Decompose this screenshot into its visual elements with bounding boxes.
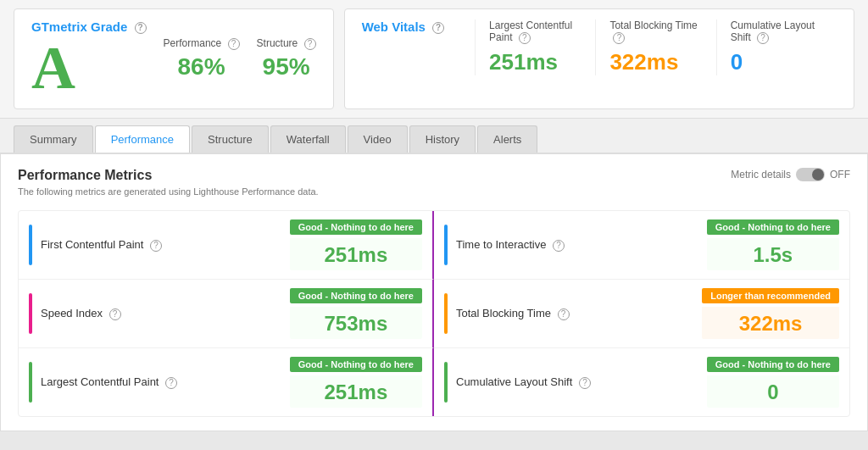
grade-title-text: GTmetrix Grade (31, 19, 127, 34)
grade-header: GTmetrix Grade ? A (31, 19, 147, 98)
toggle-knob (812, 169, 824, 181)
lcp-badge-value: 251ms (290, 375, 422, 408)
lcp-info-icon[interactable]: ? (519, 32, 531, 44)
si-value: 753ms (290, 307, 422, 339)
metric-detail-label: Metric details (731, 169, 791, 181)
vitals-metrics: Largest Contentful Paint ? 251ms Total B… (475, 19, 837, 75)
cls-value: 0 (731, 49, 823, 75)
grade-info-icon[interactable]: ? (135, 22, 147, 34)
lcp-vital: Largest Contentful Paint ? 251ms (475, 19, 595, 75)
tti-name: Time to Interactive ? (456, 238, 698, 252)
tbt-info-icon[interactable]: ? (613, 32, 625, 44)
tbt-vital: Total Blocking Time ? 322ms (595, 19, 715, 75)
tab-performance[interactable]: Performance (95, 125, 190, 153)
lcp-metric-name: Largest Contentful Paint ? (41, 375, 281, 389)
cls-badge-label: Good - Nothing to do here (707, 357, 839, 372)
toggle-switch[interactable] (796, 168, 825, 181)
nav-tabs: Summary Performance Structure Waterfall … (0, 119, 868, 154)
tti-value: 1.5s (707, 238, 839, 270)
performance-info-icon[interactable]: ? (228, 38, 240, 50)
fcp-border (29, 225, 32, 265)
lcp-badge: Good - Nothing to do here 251ms (290, 357, 422, 408)
webvitals-info-icon[interactable]: ? (432, 22, 444, 34)
si-border (29, 293, 32, 334)
cls-border (444, 362, 448, 403)
fcp-value: 251ms (290, 238, 422, 270)
cls-badge-value: 0 (707, 375, 839, 408)
structure-info-icon[interactable]: ? (304, 38, 316, 50)
tbt-badge-value: 322ms (702, 307, 839, 339)
top-bar: GTmetrix Grade ? A Performance ? 86% Str… (0, 0, 868, 119)
fcp-name: First Contentful Paint ? (41, 238, 281, 252)
tab-structure[interactable]: Structure (192, 125, 269, 153)
lcp-metric-info-icon[interactable]: ? (165, 377, 177, 389)
si-name: Speed Index ? (41, 307, 281, 320)
tab-alerts[interactable]: Alerts (477, 125, 537, 153)
lcp-badge-label: Good - Nothing to do here (290, 357, 422, 372)
metric-tbt: Total Blocking Time ? Longer than recomm… (434, 280, 849, 348)
tti-badge: Good - Nothing to do here 1.5s (707, 219, 839, 270)
performance-value: 86% (164, 53, 240, 81)
metric-lcp: Largest Contentful Paint ? Good - Nothin… (19, 348, 434, 416)
tbt-value: 322ms (609, 49, 702, 75)
cls-info-icon[interactable]: ? (757, 32, 769, 44)
fcp-info-icon[interactable]: ? (150, 240, 162, 252)
grade-letter: A (31, 37, 147, 98)
tab-history[interactable]: History (409, 125, 476, 153)
tbt-label: Total Blocking Time ? (609, 19, 702, 44)
lcp-border (29, 362, 32, 403)
fcp-badge-label: Good - Nothing to do here (290, 219, 422, 235)
tti-info-icon[interactable]: ? (553, 240, 565, 252)
tti-border (444, 225, 448, 265)
toggle-state-label: OFF (830, 169, 850, 181)
cls-label: Cumulative Layout Shift ? (731, 19, 823, 44)
tab-summary[interactable]: Summary (14, 125, 93, 153)
structure-metric: Structure ? 95% (257, 37, 316, 81)
structure-label: Structure ? (257, 37, 316, 50)
metrics-grid: First Contentful Paint ? Good - Nothing … (18, 210, 850, 417)
tbt-metric-name: Total Blocking Time ? (456, 307, 693, 320)
fcp-badge: Good - Nothing to do here 251ms (290, 219, 422, 270)
tab-waterfall[interactable]: Waterfall (270, 125, 346, 153)
metric-detail-toggle[interactable]: Metric details OFF (731, 168, 850, 181)
performance-label: Performance ? (164, 37, 240, 50)
web-vitals-section: Web Vitals ? Largest Contentful Paint ? … (344, 8, 854, 109)
cls-badge: Good - Nothing to do here 0 (707, 357, 839, 408)
tbt-badge-label: Longer than recommended (702, 288, 839, 303)
tbt-metric-info-icon[interactable]: ? (558, 308, 570, 320)
metric-fcp: First Contentful Paint ? Good - Nothing … (19, 211, 434, 280)
performance-metric: Performance ? 86% (164, 37, 240, 81)
cls-vital: Cumulative Layout Shift ? 0 (716, 19, 837, 75)
si-badge: Good - Nothing to do here 753ms (290, 288, 422, 339)
tbt-badge: Longer than recommended 322ms (702, 288, 839, 339)
cls-metric-name: Cumulative Layout Shift ? (456, 375, 698, 389)
grade-title: GTmetrix Grade ? (31, 19, 147, 34)
web-vitals-title: Web Vitals ? (362, 19, 444, 34)
tti-badge-label: Good - Nothing to do here (707, 219, 839, 235)
cls-metric-info-icon[interactable]: ? (579, 377, 591, 389)
tab-video[interactable]: Video (348, 125, 408, 153)
web-vitals-header: Web Vitals ? (362, 19, 461, 34)
main-content: Performance Metrics The following metric… (0, 154, 868, 431)
section-subtitle: The following metrics are generated usin… (18, 186, 319, 197)
si-badge-label: Good - Nothing to do here (290, 288, 422, 303)
structure-value: 95% (257, 53, 316, 81)
metric-tti: Time to Interactive ? Good - Nothing to … (434, 211, 849, 280)
metric-si: Speed Index ? Good - Nothing to do here … (19, 280, 434, 348)
lcp-value: 251ms (489, 49, 581, 75)
tbt-border (444, 293, 448, 334)
grade-section: GTmetrix Grade ? A Performance ? 86% Str… (14, 8, 334, 109)
si-info-icon[interactable]: ? (109, 308, 121, 320)
lcp-label: Largest Contentful Paint ? (489, 19, 581, 44)
section-title: Performance Metrics (18, 168, 319, 183)
metric-cls: Cumulative Layout Shift ? Good - Nothing… (434, 348, 849, 416)
grade-metrics: Performance ? 86% Structure ? 95% (164, 37, 316, 81)
